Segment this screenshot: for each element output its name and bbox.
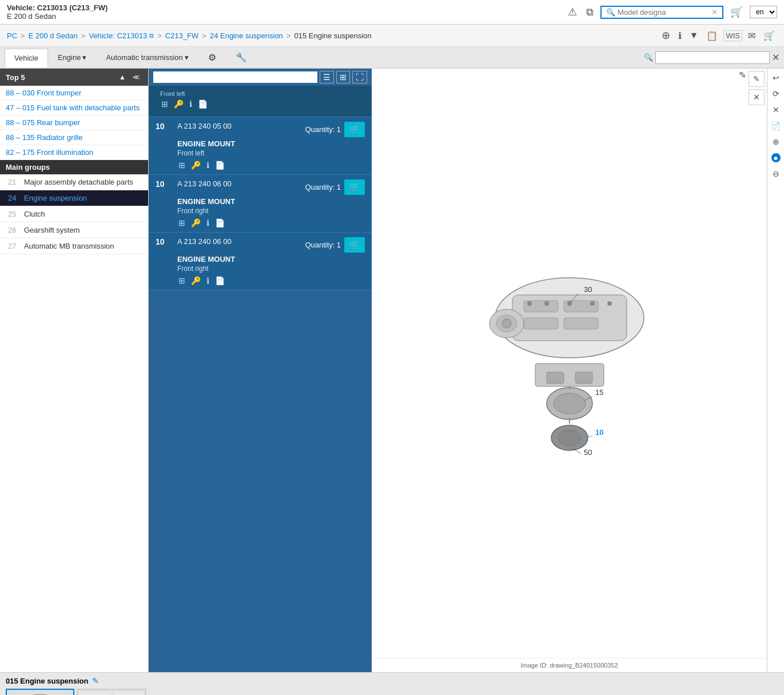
cart-top-icon[interactable]: 🛒 [728, 5, 745, 19]
top5-item-2[interactable]: 88 – 075 Rear bumper [0, 115, 148, 130]
sidebar-item-27[interactable]: 27 Automatic MB transmission [0, 238, 148, 254]
part-key-icon-2[interactable]: 🔑 [190, 218, 202, 227]
cart-button-2[interactable]: 🛒 [344, 179, 365, 195]
part-doc-icon-3[interactable]: 📄 [214, 276, 226, 285]
rsp-close-icon[interactable]: ✕ [769, 103, 783, 117]
breadcrumb-vehicle[interactable]: Vehicle: C213013 [89, 31, 147, 40]
part-table-icon-2[interactable]: ⊞ [177, 218, 186, 227]
part-item-3[interactable]: 10 A 213 240 06 00 Quantity: 1 🛒 ENGINE … [149, 233, 372, 290]
main-groups-header: Main groups [0, 160, 148, 174]
part-doc-icon-1[interactable]: 📄 [214, 161, 226, 170]
vehicle-subtitle: E 200 d Sedan [7, 12, 108, 21]
part-pos-2: 10 [156, 179, 173, 189]
top5-item-0[interactable]: 88 – 030 Front bumper [0, 86, 148, 101]
tab-engine[interactable]: Engine ▾ [48, 48, 96, 67]
top5-item-3[interactable]: 88 – 135 Radiator grille [0, 130, 148, 145]
top5-menu-icon[interactable]: ≪ [130, 72, 142, 82]
tab-search-input[interactable] [655, 51, 770, 64]
thumbnail-2[interactable] [112, 690, 145, 695]
language-selector[interactable]: en de fr [750, 6, 777, 18]
thumbnail-0[interactable] [6, 689, 74, 695]
svg-text:30: 30 [584, 285, 592, 294]
thumbnail-edit-icon[interactable]: ✎ [92, 676, 99, 685]
qty-label-3: Quantity: 1 [305, 241, 341, 249]
diagram-close-icon[interactable]: ✕ [749, 89, 765, 105]
info-icon[interactable]: ℹ [676, 29, 684, 42]
part-table-icon-3[interactable]: ⊞ [177, 276, 186, 285]
part-code-3: A 213 240 06 00 [173, 237, 305, 246]
part-pos-1: 10 [156, 122, 173, 131]
tab-vehicle[interactable]: Vehicle [5, 49, 48, 67]
svg-point-13 [502, 319, 511, 328]
part-info-icon-2[interactable]: ℹ [205, 218, 210, 227]
cart-button-3[interactable]: 🛒 [344, 237, 365, 253]
part-table-icon-1[interactable]: ⊞ [177, 161, 186, 170]
parts-grid-view-icon[interactable]: ⊞ [336, 71, 350, 83]
svg-rect-4 [524, 318, 558, 329]
part-item-0[interactable]: Front left ⊞ 🔑 ℹ 📄 [149, 86, 372, 117]
rsp-page-icon[interactable]: 📄 [769, 119, 783, 133]
model-search-input[interactable] [618, 8, 709, 17]
part-doc-icon-2[interactable]: 📄 [214, 218, 226, 227]
tab-search-icon: 🔍 [644, 53, 653, 62]
svg-rect-5 [564, 318, 598, 329]
tab-wrench-icon[interactable]: 🔧 [226, 47, 257, 68]
sidebar-item-21[interactable]: 21 Major assembly detachable parts [0, 174, 148, 190]
part-item-1[interactable]: 10 A 213 240 05 00 Quantity: 1 🛒 ENGINE … [149, 117, 372, 175]
parts-fullscreen-icon[interactable]: ⛶ [352, 71, 367, 83]
clear-search-icon[interactable]: ✕ [711, 8, 718, 17]
filter-icon[interactable]: ▼ [687, 29, 701, 42]
breadcrumb-c213fw[interactable]: C213_FW [165, 31, 199, 40]
copy-icon[interactable]: ⧉ [584, 5, 596, 19]
cart-breadcrumb-icon[interactable]: 🛒 [761, 29, 777, 42]
part-code-2: A 213 240 06 00 [173, 179, 305, 188]
sidebar-item-25[interactable]: 25 Clutch [0, 206, 148, 222]
part-prev-desc: Front left [156, 90, 365, 97]
part-key-icon-1[interactable]: 🔑 [190, 161, 202, 170]
rsp-sync-icon[interactable]: ⟳ [769, 87, 783, 101]
breadcrumb-pc[interactable]: PC [7, 31, 17, 40]
tab-automatic-transmission[interactable]: Automatic transmission ▾ [96, 48, 198, 67]
document-icon[interactable]: 📋 [704, 29, 720, 42]
vehicle-copy-icon[interactable]: ⧉ [149, 32, 154, 39]
sidebar-item-24[interactable]: 24 Engine suspension [0, 190, 148, 206]
diagram-panel: ✎ ✎ ✕ [372, 69, 767, 672]
breadcrumb-e200[interactable]: E 200 d Sedan [29, 31, 78, 40]
wis-icon[interactable]: WIS [723, 30, 742, 41]
rsp-zoom-in-icon[interactable]: ⊕ [769, 135, 783, 149]
part-info-icon-0[interactable]: ℹ [188, 99, 193, 109]
rsp-refresh-icon[interactable]: ↩ [769, 71, 783, 85]
parts-list-view-icon[interactable]: ☰ [320, 71, 334, 83]
vehicle-title: Vehicle: C213013 (C213_FW) [7, 3, 108, 12]
part-table-icon-0[interactable]: ⊞ [160, 99, 169, 109]
part-key-icon-0[interactable]: 🔑 [173, 99, 185, 109]
tab-search-clear-icon[interactable]: ✕ [772, 52, 779, 63]
top5-collapse-icon[interactable]: ▲ [117, 72, 128, 82]
top5-item-1[interactable]: 47 – 015 Fuel tank with detachable parts [0, 101, 148, 115]
part-item-2[interactable]: 10 A 213 240 06 00 Quantity: 1 🛒 ENGINE … [149, 175, 372, 233]
sidebar: Top 5 ▲ ≪ 88 – 030 Front bumper 47 – 015… [0, 69, 149, 672]
top-search-box[interactable]: 🔍 ✕ [600, 6, 723, 19]
breadcrumb-engine-suspension[interactable]: 24 Engine suspension [210, 31, 283, 40]
sidebar-item-26[interactable]: 26 Gearshift system [0, 222, 148, 238]
engine-svg: 30 15 10 [449, 261, 690, 466]
part-doc-icon-0[interactable]: 📄 [197, 99, 209, 109]
top5-item-4[interactable]: 82 – 175 Front illumination [0, 145, 148, 160]
svg-point-7 [544, 301, 549, 306]
thumbnail-1[interactable] [78, 690, 111, 695]
alert-icon[interactable]: ⚠ [566, 5, 579, 19]
rsp-zoom-out-icon[interactable]: ⊖ [769, 167, 783, 181]
part-info-icon-1[interactable]: ℹ [205, 161, 210, 170]
part-info-icon-3[interactable]: ℹ [205, 276, 210, 285]
zoom-in-icon[interactable]: ⊕ [659, 28, 672, 43]
search-icon: 🔍 [606, 8, 615, 17]
part-desc-3: Front right [156, 265, 365, 273]
diagram-edit-icon[interactable]: ✎ [749, 71, 765, 87]
tab-settings-icon[interactable]: ⚙ [198, 47, 226, 68]
parts-search-input[interactable] [153, 71, 317, 83]
part-key-icon-3[interactable]: 🔑 [190, 276, 202, 285]
diagram-close-button[interactable]: ✎ [739, 70, 746, 81]
breadcrumb-toolbar: ⊕ ℹ ▼ 📋 WIS ✉ 🛒 [659, 28, 777, 43]
mail-icon[interactable]: ✉ [746, 29, 758, 42]
cart-button-1[interactable]: 🛒 [344, 122, 365, 137]
